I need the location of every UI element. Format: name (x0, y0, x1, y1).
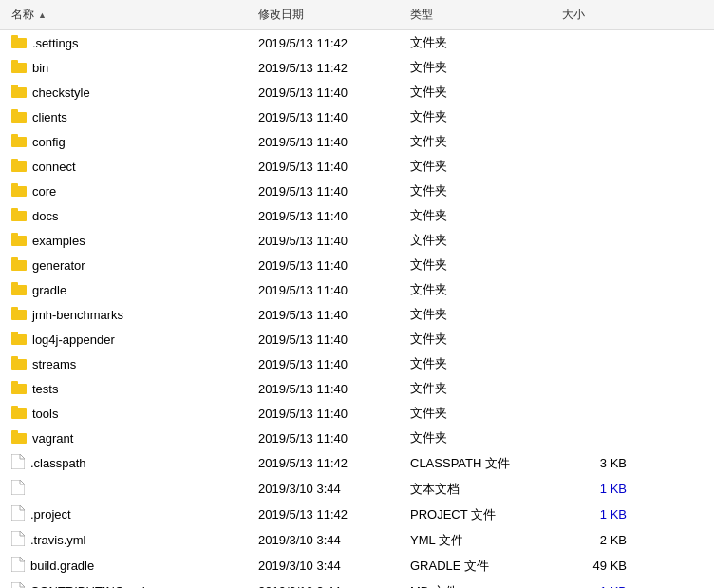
file-type-cell: 文件夹 (406, 427, 558, 448)
file-size-cell (558, 362, 634, 366)
file-name-cell: tests (8, 379, 254, 399)
file-name-cell: gradle (8, 280, 254, 300)
file-type-cell: 文件夹 (406, 403, 558, 424)
table-row[interactable]: .project2019/5/13 11:42PROJECT 文件1 KB (0, 502, 714, 527)
file-name-cell: .travis.yml (8, 529, 254, 551)
file-name-text: connect (32, 160, 76, 174)
file-name-cell: clients (8, 107, 254, 127)
file-name-text: config (32, 135, 66, 149)
file-name-cell: tools (8, 404, 254, 424)
file-name-text: .travis.yml (30, 533, 86, 547)
file-icon (11, 582, 25, 588)
file-modified-cell: 2019/3/10 3:44 (254, 557, 406, 575)
file-name-cell: config (8, 132, 254, 152)
table-row[interactable]: .classpath2019/5/13 11:42CLASSPATH 文件3 K… (0, 450, 714, 476)
table-row[interactable]: checkstyle2019/5/13 11:40文件夹 (0, 80, 714, 104)
file-size-cell (558, 387, 634, 390)
table-header: 名称 ▲ 修改日期 类型 大小 (0, 0, 714, 30)
table-row[interactable]: build.gradle2019/3/10 3:44GRADLE 文件49 KB (0, 553, 714, 579)
file-name-text: core (32, 184, 56, 199)
file-size-cell (558, 41, 634, 45)
table-row[interactable]: 2019/3/10 3:44文本文档1 KB (0, 476, 714, 502)
file-type-cell: 文件夹 (406, 57, 558, 78)
file-type-cell: 文件夹 (406, 205, 558, 226)
table-row[interactable]: examples2019/5/13 11:40文件夹 (0, 228, 714, 253)
file-size-cell (558, 411, 634, 415)
file-name-text: .classpath (30, 456, 86, 470)
header-modified[interactable]: 修改日期 (254, 4, 406, 26)
file-list: 名称 ▲ 修改日期 类型 大小 .settings2019/5/13 11:42… (0, 0, 714, 588)
table-row[interactable]: log4j-appender2019/5/13 11:40文件夹 (0, 327, 714, 351)
svg-rect-9 (11, 134, 18, 139)
file-size-cell (558, 436, 634, 440)
file-type-cell: 文件夹 (406, 255, 558, 275)
header-size[interactable]: 大小 (558, 4, 634, 26)
file-name-cell: docs (8, 206, 254, 226)
svg-rect-13 (11, 183, 18, 188)
svg-marker-37 (11, 531, 25, 546)
table-row[interactable]: CONTRIBUTING.md2019/3/10 3:44MD 文件1 KB (0, 579, 714, 588)
table-row[interactable]: connect2019/5/13 11:40文件夹 (0, 154, 714, 179)
folder-icon (11, 183, 27, 199)
table-row[interactable]: clients2019/5/13 11:40文件夹 (0, 104, 714, 129)
file-modified-cell: 2019/5/13 11:40 (254, 306, 406, 324)
file-icon (11, 480, 25, 498)
file-size-cell (558, 66, 634, 69)
file-icon (11, 557, 25, 575)
header-name[interactable]: 名称 ▲ (8, 4, 254, 26)
file-modified-cell: 2019/3/10 3:44 (254, 582, 406, 588)
table-row[interactable]: tests2019/5/13 11:40文件夹 (0, 376, 714, 401)
file-name-cell: log4j-appender (8, 330, 254, 350)
table-row[interactable]: gradle2019/5/13 11:40文件夹 (0, 277, 714, 302)
file-modified-cell: 2019/5/13 11:40 (254, 182, 406, 200)
file-name-text: clients (32, 110, 67, 124)
file-name-text: checkstyle (32, 85, 90, 100)
file-icon (11, 531, 25, 549)
file-name-text: bin (32, 61, 48, 75)
folder-icon (11, 257, 27, 274)
table-row[interactable]: .travis.yml2019/3/10 3:44YML 文件2 KB (0, 527, 714, 553)
folder-icon (11, 381, 27, 397)
file-modified-cell: 2019/5/13 11:40 (254, 84, 406, 102)
svg-rect-31 (11, 406, 18, 410)
file-name-text: streams (32, 357, 76, 371)
table-row[interactable]: bin2019/5/13 11:42文件夹 (0, 55, 714, 80)
file-size-cell (558, 115, 634, 119)
file-type-cell: 文件夹 (406, 353, 558, 374)
file-size-cell (558, 238, 634, 242)
table-row[interactable]: vagrant2019/5/13 11:40文件夹 (0, 426, 714, 450)
table-row[interactable]: generator2019/5/13 11:40文件夹 (0, 253, 714, 277)
folder-icon (11, 430, 27, 446)
file-modified-cell: 2019/5/13 11:42 (254, 505, 406, 523)
file-icon (11, 454, 25, 472)
file-type-cell: 文件夹 (406, 131, 558, 152)
table-row[interactable]: jmh-benchmarks2019/5/13 11:40文件夹 (0, 302, 714, 327)
table-row[interactable]: streams2019/5/13 11:40文件夹 (0, 351, 714, 376)
file-name-cell: .settings (8, 33, 254, 53)
table-row[interactable]: core2019/5/13 11:40文件夹 (0, 179, 714, 203)
svg-rect-1 (11, 35, 18, 40)
file-type-cell: CLASSPATH 文件 (406, 453, 558, 474)
folder-icon (11, 60, 27, 76)
svg-marker-35 (11, 480, 25, 495)
file-icon (11, 505, 25, 523)
table-row[interactable]: tools2019/5/13 11:40文件夹 (0, 401, 714, 426)
table-row[interactable]: docs2019/5/13 11:40文件夹 (0, 203, 714, 228)
svg-rect-23 (11, 307, 18, 312)
file-name-cell: connect (8, 157, 254, 177)
file-modified-cell: 2019/5/13 11:40 (254, 355, 406, 373)
svg-rect-3 (11, 60, 18, 65)
file-size-cell (558, 337, 634, 341)
folder-icon (11, 282, 27, 298)
file-modified-cell: 2019/5/13 11:42 (254, 454, 406, 472)
file-name-cell: streams (8, 354, 254, 374)
header-type[interactable]: 类型 (406, 4, 558, 26)
file-name-text: examples (32, 234, 85, 248)
file-type-cell: 文件夹 (406, 329, 558, 350)
table-row[interactable]: .settings2019/5/13 11:42文件夹 (0, 30, 714, 55)
file-type-cell: 文件夹 (406, 279, 558, 300)
file-name-text: jmh-benchmarks (32, 308, 123, 322)
svg-rect-17 (11, 233, 18, 237)
table-row[interactable]: config2019/5/13 11:40文件夹 (0, 129, 714, 154)
file-type-cell: 文本文档 (406, 479, 558, 500)
